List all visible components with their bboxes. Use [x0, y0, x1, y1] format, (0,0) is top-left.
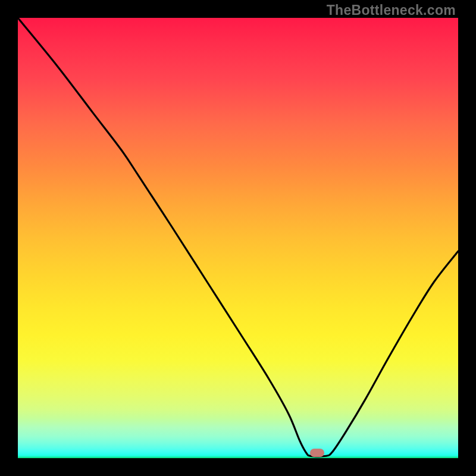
plot-area: [18, 18, 458, 458]
watermark-text: TheBottleneck.com: [327, 2, 456, 18]
chart-frame: TheBottleneck.com: [0, 0, 476, 476]
bottleneck-curve: [18, 18, 458, 458]
optimal-point-marker: [310, 449, 324, 457]
